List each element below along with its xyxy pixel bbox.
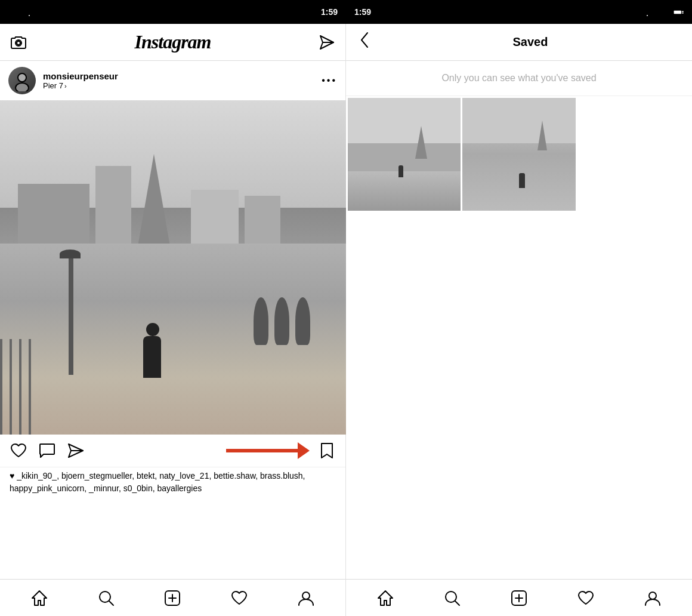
like-button[interactable]	[10, 442, 27, 460]
username[interactable]: monsieurpenseur	[43, 71, 314, 81]
avatar-image	[8, 67, 36, 94]
thumb-ground-1	[348, 171, 461, 211]
saved-subtitle: Only you can see what you've saved	[346, 61, 692, 96]
nav-search[interactable]	[95, 587, 117, 609]
building-4	[245, 196, 280, 250]
post-image-bg	[0, 100, 346, 435]
nav-heart[interactable]	[228, 587, 250, 609]
svg-line-27	[455, 601, 459, 605]
action-icons-left	[10, 442, 85, 460]
status-time-left: 1:59	[321, 7, 338, 17]
instagram-logo: Instagram	[135, 31, 211, 53]
saved-item-1[interactable]	[348, 98, 461, 211]
back-button[interactable]	[358, 32, 371, 53]
svg-rect-5	[658, 8, 668, 15]
comment-button[interactable]	[38, 442, 56, 460]
thumb-pyramid-2	[537, 121, 547, 150]
post-actions	[0, 435, 345, 467]
svg-rect-2	[40, 8, 50, 15]
battery-icon	[673, 7, 684, 17]
clock-icon-right	[626, 7, 637, 17]
svg-point-1	[29, 15, 30, 16]
thumb-person-2	[519, 173, 525, 188]
svg-point-24	[302, 592, 310, 599]
nav-profile[interactable]	[295, 587, 317, 609]
thumb-sky-1	[348, 98, 461, 143]
svg-point-4	[647, 15, 648, 16]
svg-point-15	[16, 83, 29, 91]
message-icon-right	[657, 7, 668, 17]
tree-3	[295, 297, 310, 345]
thumb-sky-2	[462, 98, 575, 143]
building-3	[191, 190, 239, 250]
saved-title: Saved	[381, 35, 680, 49]
send-button[interactable]	[318, 33, 336, 51]
nav-add[interactable]	[162, 587, 183, 609]
nav-home[interactable]	[29, 587, 50, 609]
nav-heart-right[interactable]	[575, 587, 597, 609]
left-panel: Instagram	[0, 24, 346, 616]
post-user-header: monsieurpenseur Pier 7 › •••	[0, 61, 345, 100]
bottom-nav-right	[346, 579, 692, 616]
message-icon	[39, 7, 50, 17]
ig-header-icons	[318, 33, 336, 51]
person-head	[146, 323, 159, 336]
svg-marker-18	[32, 591, 47, 605]
status-time-right: 1:59	[354, 7, 371, 17]
status-bar-left: 1:59	[0, 7, 346, 17]
main-layout: Instagram	[0, 24, 692, 616]
svg-line-20	[109, 601, 113, 605]
save-button[interactable]	[318, 442, 336, 460]
user-info: monsieurpenseur Pier 7 ›	[43, 71, 314, 90]
location[interactable]: Pier 7 ›	[43, 81, 314, 90]
thumb-pyramid-1	[415, 126, 427, 159]
saved-item-2[interactable]	[462, 98, 575, 211]
saved-header: Saved	[346, 24, 692, 61]
tree-1	[254, 297, 268, 345]
location-chevron-icon: ›	[64, 82, 67, 90]
post-menu-button[interactable]: •••	[322, 75, 337, 86]
thumb-buildings-1	[348, 143, 461, 171]
svg-point-14	[18, 73, 26, 82]
arrow-annotation	[226, 442, 310, 459]
lamp-post	[69, 255, 73, 375]
wifi-icon-right	[642, 7, 653, 17]
nav-add-right[interactable]	[508, 587, 530, 609]
bottom-nav-left	[0, 579, 345, 616]
thumb-person-1	[398, 165, 403, 177]
ig-header: Instagram	[0, 24, 345, 61]
pyramid	[137, 154, 171, 250]
clock-icon	[8, 7, 19, 17]
svg-point-11	[17, 41, 20, 45]
status-bar: 1:59 1:59	[0, 0, 692, 24]
avatar[interactable]	[8, 67, 36, 94]
post-likes: ♥ _kikin_90_, bjoern_stegmueller, btekt,…	[0, 467, 345, 498]
saved-grid	[346, 96, 692, 212]
camera-button[interactable]	[10, 33, 27, 51]
nav-home-right[interactable]	[375, 587, 396, 609]
share-button[interactable]	[67, 442, 85, 460]
fence	[0, 339, 36, 435]
arrow-shaft	[226, 449, 298, 452]
arrow-head	[298, 442, 310, 459]
status-bar-right: 1:59	[346, 7, 692, 17]
location-text: Pier 7	[43, 81, 63, 90]
building-1	[18, 184, 89, 250]
svg-marker-25	[378, 591, 393, 605]
wifi-icon	[24, 7, 35, 17]
likes-text: ♥ _kikin_90_, bjoern_stegmueller, btekt,…	[10, 470, 336, 495]
building-2	[95, 166, 131, 250]
nav-search-right[interactable]	[441, 587, 463, 609]
right-panel: Saved Only you can see what you've saved	[346, 24, 692, 616]
svg-rect-7	[674, 10, 681, 14]
trees	[254, 297, 310, 345]
tree-2	[274, 297, 289, 345]
person	[143, 336, 161, 378]
nav-profile-right[interactable]	[642, 587, 663, 609]
svg-point-31	[649, 592, 656, 599]
post-image	[0, 100, 346, 435]
lamp-head	[60, 250, 81, 258]
